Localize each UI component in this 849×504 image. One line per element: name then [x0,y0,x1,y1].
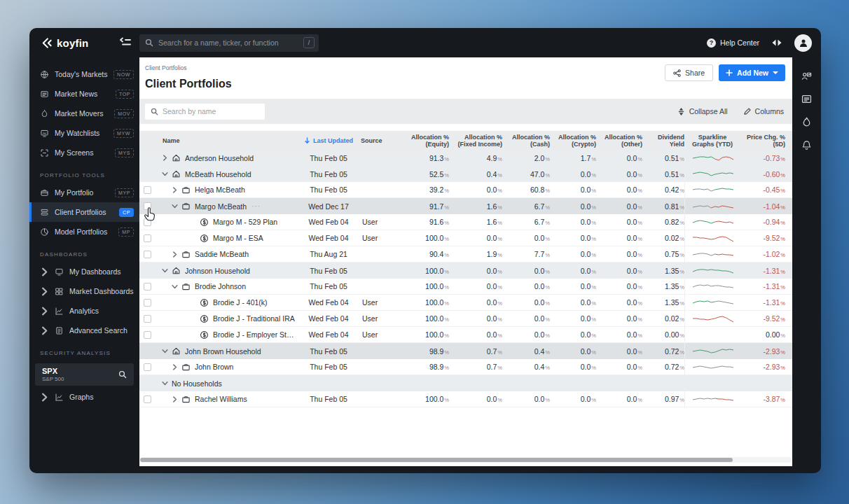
row-checkbox[interactable] [144,202,151,210]
table-row-john-brown-household[interactable]: John Brown HouseholdThu Feb 0598.9%0.7%0… [139,343,792,359]
row-checkbox[interactable] [144,299,151,307]
table-row-mcbeath-household[interactable]: McBeath HouseholdThu Feb 0552.5%0.4%47.0… [139,166,792,182]
table-header-source[interactable]: Source [361,137,400,144]
global-search-input[interactable]: Search for a name, ticker, or function / [139,34,319,52]
more-menu-icon[interactable]: ··· [251,202,261,210]
value-number: -1.02 [763,250,780,258]
row-checkbox[interactable] [144,396,151,403]
security-ticker-box[interactable]: SPXS&P 500 [35,363,134,386]
cell-name: John Brown Household [155,346,296,356]
table-row-helga-mcbeath[interactable]: Helga McBeathThu Feb 0539.2%0.0%60.8%0.0… [139,182,792,198]
table-row-saddie-mcbeath[interactable]: Saddie McBeathThu Aug 2190.4%1.9%7.7%0.0… [139,246,792,262]
sidebar-item-today-s-markets[interactable]: Today's MarketsNOW [29,64,139,84]
table-header-yield[interactable]: DividendYield [642,134,684,148]
expand-chevron-icon[interactable] [172,364,178,370]
collapse-chevron-icon[interactable] [172,203,178,209]
value-number: 47.0 [530,170,544,178]
share-button[interactable]: Share [665,64,713,81]
help-center-button[interactable]: ? Help Center [707,38,759,48]
table-header-cash[interactable]: Allocation %(Cash) [502,134,550,148]
cell-equity: 90.4% [400,250,449,258]
collapse-chevron-icon[interactable] [172,284,178,290]
value-number: 52.5 [429,170,443,178]
advisor-icon[interactable] [801,70,813,82]
table-row-rachel-williams[interactable]: Rachel WilliamsThu Feb 05100.0%0.0%0.0%0… [139,391,792,407]
sidebar-item-my-dashboards[interactable]: My Dashboards [29,262,139,281]
table-header-chg[interactable]: Price Chg. %(5D) [740,134,792,148]
table-header-updated[interactable]: Last Updated [296,137,361,144]
row-checkbox[interactable] [144,234,151,242]
sidebar-item-client-portfolios[interactable]: Client PortfoliosCP [29,202,139,222]
breadcrumb[interactable]: Client Portfolios [145,64,232,71]
expand-chevron-icon[interactable] [172,396,178,402]
percent-sign: % [591,236,596,242]
row-checkbox[interactable] [144,186,151,194]
table-row-john-brown[interactable]: John BrownThu Feb 0598.9%0.7%0.4%0.0%0.0… [139,359,792,375]
sidebar-item-analytics[interactable]: Analytics [29,301,139,321]
news-icon[interactable] [801,93,813,105]
row-checkbox[interactable] [144,251,151,258]
table-row-brodie-j-employer-stock-options[interactable]: Brodie J - Employer Stock OptionsWed Feb… [139,327,792,343]
row-checkbox[interactable] [144,315,151,323]
sidebar-item-market-news[interactable]: Market NewsTOP [29,84,139,104]
sidebar-item-advanced-search[interactable]: Advanced Search [29,321,139,340]
row-name-label: Helga McBeath [195,186,245,194]
expand-chevron-icon[interactable] [162,155,168,161]
table-header-fixed[interactable]: Allocation %(Fixed Income) [449,134,502,148]
collapse-chevron-icon[interactable] [162,348,168,354]
security-ticker-text: SPXS&P 500 [42,367,118,382]
cell-name: Rachel Williams [155,395,296,404]
cell-name: Margo M - ESA [155,234,296,243]
collapse-all-button[interactable]: Collapse All [677,107,728,115]
sidebar-item-label: Market News [55,90,110,98]
table-row-margo-m-esa[interactable]: Margo M - ESAWed Feb 04User100.0%0.0%0.0… [139,230,792,246]
value-number: -9.52 [763,314,780,323]
value-number: 0.7 [487,347,497,356]
row-checkbox[interactable] [144,283,151,290]
sidebar-item-model-portfolios[interactable]: Model PortfoliosMP [29,222,139,241]
collapse-sidebar-icon[interactable] [118,36,132,50]
table-header-spark[interactable]: SparklineGraphs (YTD) [684,134,740,148]
columns-button[interactable]: Columns [743,107,784,115]
cell-checkbox [139,218,155,226]
row-checkbox[interactable] [144,331,151,339]
value-number: 0.0 [581,202,591,211]
sidebar-item-my-watchlists[interactable]: My WatchlistsMYW [29,123,139,143]
value-number: 91.7 [429,202,443,211]
table-search-input[interactable]: Search by name [145,104,265,120]
table-row-no-households[interactable]: No Households [139,375,792,391]
table-header-other[interactable]: Allocation %(Other) [596,134,642,148]
scrollbar-thumb[interactable] [140,458,733,462]
sidebar-item-market-dashboards[interactable]: Market Dashboards [29,281,139,301]
sidebar-item-graphs[interactable]: Graphs [29,387,139,407]
table-row-anderson-household[interactable]: Anderson HouseholdThu Feb 0591.3%4.9%2.0… [139,150,792,166]
cell-checkbox [139,202,155,210]
user-avatar[interactable] [794,34,812,52]
table-row-brodie-johnson[interactable]: Brodie JohnsonThu Feb 05100.0%0.0%0.0%0.… [139,279,792,295]
expand-panels-icon[interactable] [771,38,782,47]
cell-fixed-income: 0.0% [449,330,502,339]
collapse-chevron-icon[interactable] [162,267,168,274]
expand-chevron-icon[interactable] [172,251,178,258]
bell-icon[interactable] [801,139,813,151]
add-new-button[interactable]: Add New [719,64,785,81]
table-row-brodie-j-traditional-ira[interactable]: Brodie J - Traditional IRAWed Feb 04User… [139,311,792,327]
flame-icon[interactable] [801,116,813,128]
table-header-name[interactable]: Name [155,137,296,144]
table-row-brodie-j-401-k[interactable]: Brodie J - 401(k)Wed Feb 04User100.0%0.0… [139,295,792,311]
sidebar-item-my-screens[interactable]: My ScreensMYS [29,143,139,162]
percent-sign: % [545,316,550,323]
sidebar-item-market-movers[interactable]: Market MoversMOV [29,104,139,123]
row-checkbox[interactable] [144,218,151,226]
table-header-crypto[interactable]: Allocation %(Crypto) [550,134,596,148]
table-header-equity[interactable]: Allocation %(Equity) [400,134,449,148]
horizontal-scrollbar[interactable] [140,457,792,463]
table-row-johnson-household[interactable]: Johnson HouseholdThu Feb 05100.0%0.0%0.0… [139,262,792,279]
expand-chevron-icon[interactable] [172,187,178,193]
collapse-chevron-icon[interactable] [162,171,168,177]
collapse-chevron-icon[interactable] [162,380,168,386]
sidebar-item-my-portfolio[interactable]: My PortfolioMYP [29,183,139,202]
table-row-margo-mcbeath[interactable]: Margo McBeath···Wed Dec 1791.7%1.6%6.7%0… [139,198,792,214]
row-checkbox[interactable] [144,363,151,371]
table-row-margo-m-529-plan[interactable]: Margo M - 529 PlanWed Feb 04User91.6%1.6… [139,214,792,230]
